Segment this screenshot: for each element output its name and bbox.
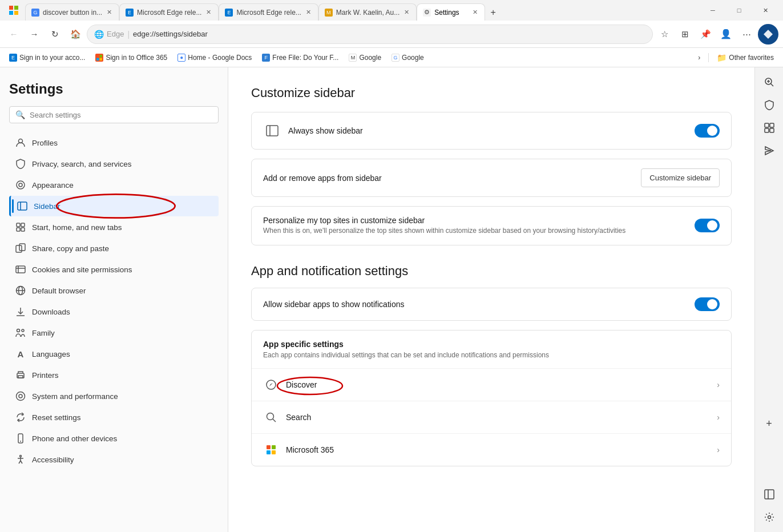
sidebar-item-reset[interactable]: Reset settings (9, 407, 219, 428)
new-tab-button[interactable]: + (485, 5, 501, 21)
sidebar-item-appearance[interactable]: Appearance (9, 175, 219, 195)
tab-close-2[interactable]: ✕ (205, 7, 212, 17)
tab-1[interactable]: G discover button in... ✕ (25, 3, 119, 21)
tab-title-4: Mark W. Kaelin, Au... (336, 9, 399, 17)
tab-title-2: Microsoft Edge rele... (137, 9, 201, 17)
add-remove-label: Add or remove apps from sidebar (263, 174, 641, 183)
svg-rect-55 (765, 123, 769, 127)
default-browser-icon (15, 285, 26, 296)
sidebar-item-sidebar[interactable]: Sidebar (9, 196, 219, 216)
app-row-search[interactable]: Search › (252, 401, 731, 434)
collections-icon[interactable]: ⊞ (676, 25, 694, 43)
svg-rect-5 (100, 55, 103, 58)
sidebar-item-share-copy[interactable]: Share, copy and paste (9, 238, 219, 259)
right-sidebar-layout-icon[interactable] (759, 484, 780, 505)
sidebar-item-family[interactable]: Family (9, 323, 219, 343)
printers-icon (15, 369, 26, 381)
allow-notifications-toggle[interactable] (695, 297, 720, 311)
add-remove-apps-card: Add or remove apps from sidebar Customiz… (251, 159, 732, 197)
bookmark-4[interactable]: M Google (344, 51, 386, 64)
minimize-button[interactable]: ─ (700, 1, 726, 19)
app-specific-header: App specific settings Each app contains … (252, 331, 731, 369)
refresh-button[interactable]: ↻ (46, 25, 64, 43)
tab-close-5[interactable]: ✕ (471, 7, 479, 17)
search-chevron-icon: › (717, 413, 720, 422)
sidebar-item-label-printers: Printers (32, 371, 59, 380)
settings-search-box[interactable]: 🔍 (9, 106, 219, 123)
bookmark-2[interactable]: ● Home - Google Docs (173, 51, 256, 64)
add-remove-label-content: Add or remove apps from sidebar (263, 174, 641, 183)
home-button[interactable]: 🏠 (66, 25, 84, 43)
sidebar-item-privacy[interactable]: Privacy, search, and services (9, 154, 219, 174)
sidebar-item-label-system: System and performance (32, 392, 118, 401)
bookmark-1[interactable]: Sign in to Office 365 (91, 51, 172, 64)
app-specific-title: App specific settings (263, 340, 720, 349)
right-shield-icon[interactable] (759, 95, 780, 115)
app-row-discover[interactable]: Discover › (252, 369, 731, 401)
bookmark-label-2: Home - Google Docs (188, 54, 252, 62)
settings-content: Customize sidebar Always show sidebar (228, 67, 754, 532)
right-settings-icon[interactable] (759, 507, 780, 527)
main-area: Settings 🔍 Profiles (0, 67, 783, 532)
more-options-button[interactable]: ⋯ (737, 25, 756, 43)
tab-title-1: discover button in... (43, 9, 102, 17)
sidebar-item-cookies[interactable]: Cookies and site permissions (9, 259, 219, 280)
customize-sidebar-button[interactable]: Customize sidebar (641, 168, 720, 187)
svg-rect-4 (96, 55, 99, 58)
sidebar-item-default-browser[interactable]: Default browser (9, 280, 219, 301)
discover-label: Discover (286, 380, 717, 389)
tab-settings[interactable]: ⚙ Settings ✕ (417, 3, 485, 21)
right-zoom-icon[interactable] (759, 72, 780, 92)
svg-rect-6 (96, 58, 99, 61)
settings-search-input[interactable] (30, 111, 212, 119)
right-send-icon[interactable] (759, 140, 780, 161)
tab-favicon-5: ⚙ (423, 9, 431, 17)
sidebar-icon (17, 200, 28, 212)
tab-close-3[interactable]: ✕ (305, 7, 312, 17)
other-favorites[interactable]: 📁 Other favorites (712, 51, 778, 65)
svg-point-36 (20, 456, 22, 457)
always-show-label: Always show sidebar (288, 126, 695, 135)
bookmark-0[interactable]: E Sign in to your acco... (5, 51, 90, 64)
always-show-toggle[interactable] (695, 124, 720, 138)
tab-4[interactable]: M Mark W. Kaelin, Au... ✕ (318, 3, 417, 21)
personalize-toggle[interactable] (695, 219, 720, 232)
sidebar-item-downloads[interactable]: Downloads (9, 301, 219, 322)
sidebar-item-printers[interactable]: Printers (9, 365, 219, 385)
back-button[interactable]: ← (5, 25, 23, 43)
pin-tab-icon[interactable]: 📌 (696, 25, 715, 43)
microsoft365-app-icon (263, 442, 279, 458)
close-button[interactable]: ✕ (752, 1, 778, 19)
tab-bar: G discover button in... ✕ E Microsoft Ed… (25, 0, 697, 21)
svg-rect-15 (21, 223, 25, 227)
profile-icon[interactable]: 👤 (717, 25, 735, 43)
sidebar-item-label-phone: Phone and other devices (32, 434, 117, 443)
discover-chevron-icon: › (717, 380, 720, 389)
address-bar[interactable]: 🌐 Edge | edge://settings/sidebar (87, 25, 653, 44)
bookmark-label-4: Google (359, 54, 381, 62)
tab-3[interactable]: E Microsoft Edge rele... ✕ (219, 3, 318, 21)
bookmark-3[interactable]: F Free File: Do Your F... (257, 51, 343, 64)
sidebar-item-system[interactable]: System and performance (9, 386, 219, 406)
forward-button[interactable]: → (25, 25, 43, 43)
tab-favicon-4: M (325, 9, 333, 17)
bing-copilot-button[interactable] (758, 24, 778, 45)
sidebar-item-languages[interactable]: A Languages (9, 344, 219, 364)
bookmark-5[interactable]: G Google (387, 51, 429, 64)
sidebar-item-accessibility[interactable]: Accessibility (9, 449, 219, 470)
tab-close-1[interactable]: ✕ (106, 7, 113, 17)
svg-point-28 (17, 329, 20, 332)
bookmarks-overflow[interactable]: › (693, 51, 705, 64)
start-home-icon (15, 221, 26, 233)
sidebar-item-profiles[interactable]: Profiles (9, 132, 219, 153)
maximize-button[interactable]: □ (726, 1, 752, 19)
favorites-icon[interactable]: ☆ (655, 25, 673, 43)
right-add-icon[interactable]: + (759, 413, 780, 434)
right-collections-icon[interactable] (759, 118, 780, 138)
sidebar-item-start-home[interactable]: Start, home, and new tabs (9, 217, 219, 237)
window-icon[interactable] (5, 1, 23, 19)
app-row-microsoft365[interactable]: Microsoft 365 › (252, 434, 731, 466)
sidebar-item-phone[interactable]: Phone and other devices (9, 428, 219, 449)
tab-2[interactable]: E Microsoft Edge rele... ✕ (119, 3, 219, 21)
tab-close-4[interactable]: ✕ (403, 7, 410, 17)
